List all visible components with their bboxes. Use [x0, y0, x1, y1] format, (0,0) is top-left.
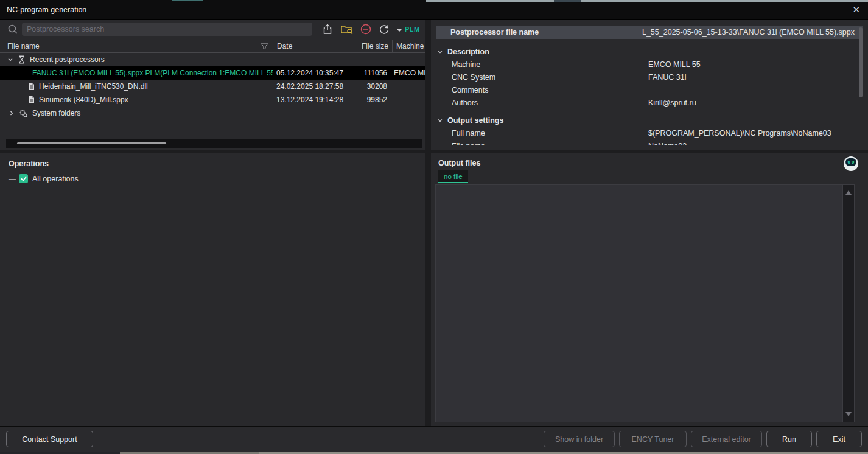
search-icon — [7, 24, 18, 35]
system-folders-icon — [19, 109, 28, 118]
property-row-postprocessor-file-name[interactable]: Postprocessor file name L_55_2025-05-06_… — [436, 26, 863, 39]
property-value: L_55_2025-05-06_15-13-33\FANUC 31i (EMCO… — [642, 28, 855, 37]
all-operations-label: All operations — [32, 175, 79, 183]
nc-program-generation-dialog: NC-program generation ✕ P — [0, 0, 868, 454]
recent-hourglass-icon — [18, 55, 26, 64]
file-row-fanuc[interactable]: FANUC 31i (EMCO MILL 55).sppx PLM(PLM Co… — [0, 66, 425, 80]
property-value: $(PROGRAM_PERSONAL)\NC Programs\NoName03 — [648, 129, 831, 138]
operations-title: Operations — [0, 153, 425, 168]
taskbar-sliver — [0, 452, 120, 454]
file-grid-header: File name Date File size Machine — [0, 40, 425, 53]
property-label: CNC System — [431, 73, 495, 82]
column-header-file-size[interactable]: File size — [352, 40, 392, 52]
file-date: 05.12.2024 10:35:47 — [273, 69, 352, 77]
property-label: Full name — [431, 129, 485, 138]
property-label: Authors — [431, 99, 478, 107]
browse-folder-icon[interactable] — [340, 23, 354, 35]
vertical-scrollbar-thumb[interactable] — [859, 27, 863, 97]
run-button[interactable]: Run — [766, 431, 812, 447]
exit-button[interactable]: Exit — [816, 431, 862, 447]
chevron-down-icon[interactable] — [437, 49, 443, 55]
column-header-date[interactable]: Date — [273, 40, 352, 52]
chevron-right-icon[interactable] — [9, 110, 15, 116]
tree-group-system-folders[interactable]: System folders — [0, 107, 425, 120]
postprocessor-browser-panel: PLM File name Date File size Machine — [0, 20, 425, 150]
external-editor-button[interactable]: External editor — [691, 431, 762, 447]
properties-panel: Postprocessor file name L_55_2025-05-06_… — [431, 20, 868, 150]
property-value: EMCO MILL 55 — [648, 60, 701, 69]
property-value: Kirill@sprut.ru — [648, 99, 696, 107]
file-size: 111056 — [352, 69, 392, 77]
refresh-icon[interactable] — [378, 23, 390, 35]
property-value: NoName03 — [648, 142, 687, 145]
property-label: Postprocessor file name — [450, 28, 539, 37]
document-icon — [28, 82, 35, 91]
remove-icon[interactable] — [360, 23, 372, 35]
taskbar-sliver — [259, 452, 868, 454]
file-name: Heidenhain_Mill_iTNC530_DN.dll — [39, 82, 148, 91]
browser-toolbar: PLM — [0, 20, 425, 38]
window-title: NC-program generation — [7, 5, 86, 14]
show-in-folder-button[interactable]: Show in folder — [544, 431, 615, 447]
tree-group-recent-postprocessors[interactable]: Recent postprocessors — [0, 53, 425, 66]
properties-scroll-area: Postprocessor file name L_55_2025-05-06_… — [431, 20, 868, 145]
ency-tuner-button[interactable]: ENCY Tuner — [619, 431, 687, 447]
property-row-comments[interactable]: Comments — [431, 83, 868, 96]
filter-icon[interactable] — [261, 43, 268, 50]
postprocessor-search-input[interactable] — [22, 23, 312, 36]
property-value: FANUC 31i — [648, 73, 687, 82]
operations-panel: Operations — All operations — [0, 153, 425, 426]
file-name: Sinumerik (840D)_Mill.sppx — [39, 96, 128, 104]
all-operations-checkbox[interactable] — [19, 174, 28, 183]
file-machine: EMCO MI — [392, 69, 425, 77]
output-file-content[interactable] — [435, 184, 855, 422]
output-file-tab[interactable]: no file — [438, 170, 468, 183]
robot-eyes: 0 0 — [845, 158, 856, 166]
output-files-panel: Output files 0 0 no file — [431, 153, 868, 426]
all-operations-row[interactable]: — All operations — [9, 174, 425, 183]
property-label: Comments — [431, 86, 488, 94]
footer-bar: Contact Support Show in folder ENCY Tune… — [0, 426, 868, 452]
property-row-authors[interactable]: Authors Kirill@sprut.ru — [431, 96, 868, 109]
property-row-machine[interactable]: Machine EMCO MILL 55 — [431, 58, 868, 71]
background-window-sliver — [554, 0, 581, 2]
file-size: 30208 — [352, 82, 392, 91]
property-row-full-name[interactable]: Full name $(PROGRAM_PERSONAL)\NC Program… — [431, 127, 868, 139]
output-files-title: Output files — [438, 159, 480, 167]
assistant-robot-icon[interactable]: 0 0 — [844, 156, 858, 171]
export-icon[interactable] — [321, 23, 334, 35]
document-icon — [28, 96, 35, 104]
postprocessor-tree: Recent postprocessors FANUC 31i (EMCO MI… — [0, 53, 425, 120]
property-label: Machine — [431, 60, 480, 69]
file-size: 99852 — [352, 96, 392, 104]
close-icon[interactable]: ✕ — [852, 4, 860, 15]
collapse-expander-icon[interactable]: — — [9, 175, 15, 183]
background-window-sliver — [426, 0, 868, 2]
file-row-heidenhain[interactable]: Heidenhain_Mill_iTNC530_DN.dll 24.02.202… — [0, 80, 425, 93]
scroll-up-icon[interactable] — [845, 190, 852, 195]
file-date: 24.02.2025 18:27:58 — [273, 82, 352, 91]
property-row-file-name[interactable]: File name NoName03 — [431, 139, 868, 145]
titlebar: NC-program generation ✕ — [0, 0, 868, 20]
property-group-description[interactable]: Description — [431, 45, 868, 58]
check-icon — [21, 176, 27, 181]
taskbar-sliver — [120, 452, 259, 454]
property-row-cnc-system[interactable]: CNC System FANUC 31i — [431, 71, 868, 83]
chevron-down-icon[interactable] — [7, 57, 13, 63]
background-window-sliver — [172, 0, 203, 1]
column-header-machine[interactable]: Machine — [392, 40, 425, 52]
chevron-down-icon[interactable] — [437, 117, 443, 124]
horizontal-scrollbar-thumb[interactable] — [17, 142, 166, 144]
file-name: FANUC 31i (EMCO MILL 55).sppx PLM(PLM Co… — [32, 69, 273, 77]
column-header-file-name[interactable]: File name — [0, 40, 273, 52]
vertical-scrollbar[interactable] — [842, 185, 854, 422]
file-date: 13.12.2024 19:14:28 — [273, 96, 352, 104]
property-label: File name — [431, 142, 485, 145]
file-row-sinumerik[interactable]: Sinumerik (840D)_Mill.sppx 13.12.2024 19… — [0, 93, 425, 107]
chevron-down-icon[interactable] — [396, 29, 402, 32]
contact-support-button[interactable]: Contact Support — [6, 431, 93, 447]
property-group-output-settings[interactable]: Output settings — [431, 114, 868, 127]
horizontal-scrollbar[interactable] — [6, 139, 422, 148]
scroll-down-icon[interactable] — [845, 412, 852, 416]
plm-button[interactable]: PLM — [405, 26, 420, 33]
